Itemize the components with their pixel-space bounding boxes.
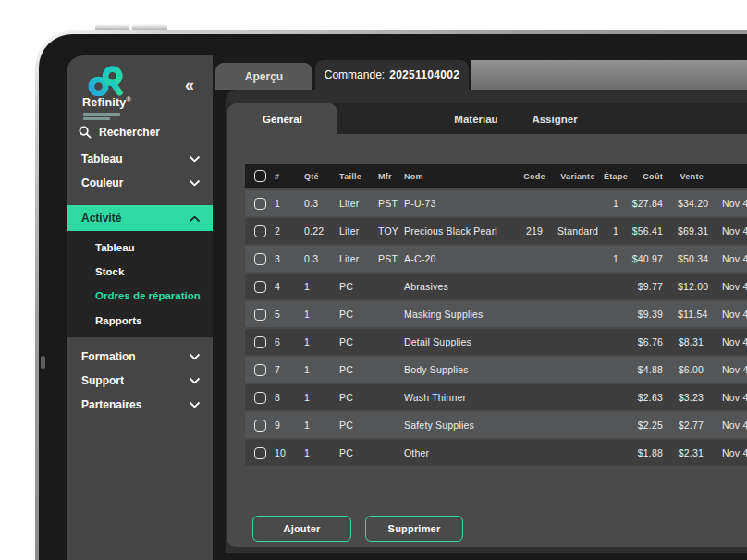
- chevron-down-icon: [190, 378, 200, 384]
- column-header: Variante: [556, 172, 600, 181]
- cell: $8.31: [678, 336, 722, 347]
- tab-general[interactable]: Général: [227, 103, 337, 134]
- cell: PC: [339, 392, 378, 403]
- row-checkbox[interactable]: [254, 309, 266, 321]
- table-row[interactable]: 81PCWash Thinner$2.63$3.23Nov 4,: [245, 384, 747, 410]
- sidebar-item-partenaires[interactable]: Partenaires: [67, 393, 213, 417]
- tab-apercu[interactable]: Aperçu: [215, 63, 312, 90]
- items-table: #QtéTailleMfrNomCodeVarianteÉtapeCoûtVen…: [245, 164, 747, 468]
- sidebar-item-tableau[interactable]: Tableau: [67, 147, 213, 171]
- sidebar-item-activite[interactable]: Activité: [67, 205, 213, 231]
- sidebar-item-couleur[interactable]: Couleur: [67, 171, 213, 195]
- column-header: #: [275, 172, 304, 181]
- add-button[interactable]: Ajouter: [252, 516, 351, 542]
- column-header: Vente: [678, 172, 722, 181]
- cell: PC: [339, 309, 378, 320]
- date-cell: Nov 4,: [722, 281, 747, 292]
- tab-assigner[interactable]: Assigner: [508, 103, 601, 134]
- cell: $1.88: [631, 447, 678, 458]
- cell: 6: [275, 336, 304, 347]
- tab-label: Aperçu: [245, 70, 283, 83]
- sidebar-item-label: Tableau: [81, 152, 190, 165]
- row-checkbox[interactable]: [254, 420, 266, 432]
- delete-button[interactable]: Supprimer: [365, 516, 463, 542]
- chevron-down-icon: [190, 180, 200, 187]
- cell: 1: [600, 253, 631, 264]
- cell: PC: [339, 281, 378, 292]
- row-checkbox[interactable]: [254, 336, 266, 348]
- select-all-checkbox[interactable]: [254, 170, 266, 182]
- brand-tagline-line: [83, 117, 110, 120]
- tab-label: Assigner: [532, 114, 577, 125]
- table-row[interactable]: 10.3LiterPSTP-U-731$27.84$34.20Nov 4,: [245, 190, 747, 216]
- cell: Other: [404, 447, 513, 458]
- chevron-up-icon: [190, 215, 200, 222]
- column-header: Étape: [600, 172, 631, 181]
- cell: $50.34: [678, 253, 722, 264]
- cell: 0.3: [304, 253, 339, 264]
- row-checkbox[interactable]: [254, 364, 266, 376]
- cell: $4.88: [631, 364, 678, 375]
- cell: 0.22: [304, 225, 339, 237]
- row-checkbox[interactable]: [254, 198, 266, 210]
- cell: 2: [275, 225, 304, 237]
- row-checkbox[interactable]: [254, 392, 266, 404]
- search-field[interactable]: Rechercher: [79, 121, 201, 143]
- cell: $12.00: [678, 281, 722, 292]
- sidebar-collapse-icon[interactable]: «: [185, 76, 192, 95]
- row-checkbox[interactable]: [254, 253, 266, 265]
- table-row[interactable]: 91PCSafety Supplies$2.25$2.77Nov 4,: [245, 412, 747, 438]
- activity-submenu: Tableau Stock Ordres de réparation Rappo…: [67, 231, 213, 337]
- column-header: Mfr: [378, 172, 404, 181]
- tab-bar-filler: [471, 60, 747, 90]
- cell: Safety Supplies: [404, 420, 513, 431]
- table-row[interactable]: 61PCDetail Supplies$6.76$8.31Nov 4,: [245, 329, 747, 355]
- cell: $2.31: [678, 447, 722, 458]
- search-icon: [79, 126, 92, 139]
- cell: $9.77: [631, 281, 678, 292]
- column-header: Code: [513, 172, 556, 181]
- tab-label: Matériau: [454, 114, 497, 125]
- row-checkbox[interactable]: [254, 225, 266, 237]
- sidebar-item-label: Support: [81, 374, 190, 387]
- tab-commande[interactable]: Commande: 20251104002: [315, 60, 469, 90]
- chevron-down-icon: [190, 354, 200, 360]
- sidebar: Refinity® « Rechercher Tableau Couleur A…: [67, 55, 213, 560]
- table-row[interactable]: 20.22LiterTOYPrecious Black Pearl219Stan…: [245, 218, 747, 244]
- cell: PC: [339, 420, 378, 431]
- row-checkbox[interactable]: [254, 447, 266, 459]
- date-cell: Nov 4,: [722, 225, 747, 237]
- date-cell: Nov 4,: [722, 309, 747, 320]
- cell: $3.23: [678, 392, 722, 403]
- sidebar-item-support[interactable]: Support: [67, 369, 213, 393]
- table-row[interactable]: 101PCOther$1.88$2.31Nov 4,: [245, 440, 747, 466]
- cell: 7: [275, 364, 304, 375]
- table-row[interactable]: 51PCMasking Supplies$9.39$11.54Nov 4,: [245, 301, 747, 327]
- items-table-body: 10.3LiterPSTP-U-731$27.84$34.20Nov 4,20.…: [245, 190, 747, 466]
- cell: PST: [378, 253, 404, 264]
- cell: 1: [600, 225, 631, 237]
- cell: 1: [304, 336, 339, 347]
- submenu-item-ordres-de-reparation[interactable]: Ordres de réparation: [95, 290, 201, 301]
- sidebar-item-formation[interactable]: Formation: [67, 345, 213, 369]
- submenu-item-stock[interactable]: Stock: [95, 266, 124, 277]
- table-row[interactable]: 71PCBody Supplies$4.88$6.00Nov 4,: [245, 357, 747, 383]
- table-row[interactable]: 41PCAbrasives$9.77$12.00Nov 4,: [245, 274, 747, 299]
- desktop-background: { "colors": { "accent_green": "#2fd9a2",…: [0, 0, 747, 560]
- cell: $2.63: [631, 392, 678, 403]
- order-prefix: Commande:: [325, 68, 385, 81]
- submenu-item-tableau[interactable]: Tableau: [95, 242, 135, 253]
- cell: 9: [275, 420, 304, 431]
- cell: $69.31: [678, 225, 722, 237]
- main-area: Aperçu Commande: 20251104002 Général Mat…: [213, 55, 747, 560]
- cell: 8: [275, 392, 304, 403]
- sidebar-item-label: Activité: [81, 212, 190, 225]
- cell: Wash Thinner: [404, 392, 513, 403]
- order-page: Général Matériau Assigner #QtéTailleMfrN…: [226, 90, 747, 553]
- row-checkbox[interactable]: [254, 281, 266, 293]
- cell: $11.54: [678, 309, 722, 320]
- submenu-item-rapports[interactable]: Rapports: [95, 315, 141, 326]
- cell: P-U-73: [404, 198, 513, 209]
- table-row[interactable]: 30.3LiterPSTA-C-201$40.97$50.34Nov 4,: [245, 246, 747, 272]
- cell: PST: [378, 198, 404, 209]
